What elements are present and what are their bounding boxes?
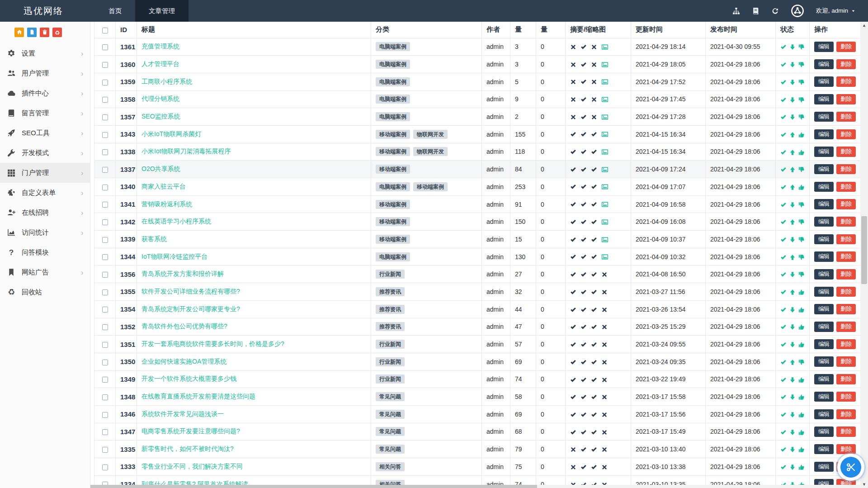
- edit-button[interactable]: 编辑: [814, 59, 834, 70]
- delete-button[interactable]: 删除: [836, 269, 856, 280]
- column-header[interactable]: 摘要/缩略图: [566, 22, 631, 38]
- home-button[interactable]: [14, 28, 24, 37]
- article-title-link[interactable]: IoT物联网冷链监控平台: [142, 253, 208, 260]
- article-title-link[interactable]: O2O共享系统: [142, 165, 180, 172]
- edit-button[interactable]: 编辑: [814, 129, 834, 140]
- row-checkbox[interactable]: [102, 289, 108, 295]
- row-checkbox[interactable]: [102, 80, 108, 85]
- row-checkbox[interactable]: [102, 307, 108, 313]
- row-checkbox[interactable]: [102, 464, 108, 470]
- column-header[interactable]: ID: [116, 22, 137, 38]
- edit-button[interactable]: 编辑: [814, 374, 834, 384]
- article-title-link[interactable]: 小米IoT物联网杀菌灯: [142, 130, 201, 137]
- row-checkbox[interactable]: [102, 97, 108, 103]
- edit-button[interactable]: 编辑: [814, 426, 834, 437]
- article-title-link[interactable]: 零售业行业不同，我们解决方案不同: [142, 463, 243, 470]
- row-checkbox[interactable]: [102, 202, 108, 208]
- vertical-scrollbar-thumb[interactable]: [861, 216, 867, 284]
- article-title-link[interactable]: 青岛系统开发方案和报价详解: [142, 270, 224, 277]
- row-checkbox[interactable]: [102, 219, 108, 225]
- row-checkbox[interactable]: [102, 254, 108, 260]
- sidebar-item-wrench[interactable]: 开发模式 ›: [0, 143, 90, 163]
- user-menu[interactable]: 欢迎, admin: [816, 7, 855, 15]
- row-checkbox[interactable]: [102, 412, 108, 418]
- column-header[interactable]: 状态: [776, 22, 810, 38]
- column-header[interactable]: 分类: [371, 22, 482, 38]
- edit-button[interactable]: 编辑: [814, 76, 834, 87]
- sidebar-item-recycle[interactable]: ♻ 回收站: [0, 282, 90, 302]
- delete-button[interactable]: 删除: [836, 199, 856, 209]
- sidebar-item-rocket[interactable]: SEO工具 ›: [0, 123, 90, 143]
- column-header[interactable]: 更新时间: [631, 22, 706, 38]
- select-all-checkbox[interactable]: [102, 28, 108, 33]
- row-checkbox[interactable]: [102, 237, 108, 243]
- column-header[interactable]: 发布时间: [706, 22, 776, 38]
- row-checkbox[interactable]: [102, 360, 108, 365]
- edit-button[interactable]: 编辑: [814, 287, 834, 297]
- delete-button[interactable]: 删除: [836, 322, 856, 332]
- sitemap-icon[interactable]: [732, 7, 740, 15]
- edit-button[interactable]: 编辑: [814, 356, 834, 367]
- row-checkbox[interactable]: [102, 394, 108, 400]
- delete-button[interactable]: 删除: [836, 374, 856, 384]
- row-checkbox[interactable]: [102, 167, 108, 173]
- edit-button[interactable]: 编辑: [814, 234, 834, 245]
- edit-button[interactable]: 编辑: [814, 304, 834, 314]
- horizontal-scrollbar[interactable]: [90, 485, 860, 488]
- delete-button[interactable]: 删除: [836, 76, 856, 87]
- article-title-link[interactable]: 人才管理平台: [142, 60, 179, 67]
- article-title-link[interactable]: 电商零售系统开发要注意哪些问题?: [142, 427, 240, 435]
- row-checkbox[interactable]: [102, 324, 108, 330]
- delete-button[interactable]: 删除: [836, 426, 856, 437]
- edit-button[interactable]: 编辑: [814, 322, 834, 332]
- delete-button[interactable]: 删除: [836, 392, 856, 402]
- row-checkbox[interactable]: [102, 429, 108, 435]
- article-title-link[interactable]: 青岛系统定制开发公司哪家更专业?: [142, 305, 240, 313]
- column-header[interactable]: 操作: [810, 22, 861, 38]
- edit-button[interactable]: 编辑: [814, 444, 834, 455]
- vertical-scrollbar[interactable]: ▲ ▼: [860, 22, 868, 488]
- article-title-link[interactable]: 软件开发公司详细业务流程有哪些?: [142, 288, 240, 295]
- delete-button[interactable]: 删除: [836, 94, 856, 104]
- edit-button[interactable]: 编辑: [814, 462, 834, 472]
- sidebar-item-puzzle[interactable]: 自定义表单 ›: [0, 183, 90, 203]
- edit-button[interactable]: 编辑: [814, 339, 834, 350]
- article-title-link[interactable]: 代理分销系统: [142, 95, 179, 102]
- edit-button[interactable]: 编辑: [814, 409, 834, 420]
- sidebar-item-grid[interactable]: 门户管理 ›: [0, 163, 90, 183]
- article-title-link[interactable]: 到底什么是新零售? 阿里首次系统解读: [142, 480, 248, 485]
- row-checkbox[interactable]: [102, 132, 108, 138]
- delete-button[interactable]: 删除: [836, 217, 856, 227]
- scroll-up-arrow[interactable]: ▲: [860, 22, 868, 29]
- sidebar-item-bookmark[interactable]: 网站广告 ›: [0, 262, 90, 282]
- edit-button[interactable]: 编辑: [814, 392, 834, 402]
- edit-button[interactable]: 编辑: [814, 147, 834, 157]
- row-checkbox[interactable]: [102, 377, 108, 383]
- edit-button[interactable]: 编辑: [814, 199, 834, 209]
- column-header[interactable]: 量: [536, 22, 566, 38]
- delete-button[interactable]: 删除: [836, 251, 856, 262]
- edit-button[interactable]: 编辑: [814, 164, 834, 175]
- delete-button[interactable]: 删除: [836, 444, 856, 455]
- row-checkbox[interactable]: [102, 185, 108, 190]
- article-title-link[interactable]: 企业如何快速实施OA管理系统: [142, 358, 226, 365]
- article-title-link[interactable]: SEO监控系统: [142, 113, 180, 120]
- file-button[interactable]: [27, 28, 37, 37]
- article-title-link[interactable]: 营销吸粉返利系统: [142, 200, 192, 208]
- delete-button[interactable]: 删除: [836, 112, 856, 122]
- delete-button[interactable]: 删除: [836, 147, 856, 157]
- refresh-icon[interactable]: [771, 7, 779, 15]
- row-checkbox[interactable]: [102, 272, 108, 278]
- edit-button[interactable]: 编辑: [814, 479, 834, 485]
- nav-item[interactable]: 文章管理: [135, 0, 189, 22]
- row-checkbox[interactable]: [102, 149, 108, 155]
- article-title-link[interactable]: 开发一套系电商统软件需要多长时间，价格是多少?: [142, 340, 284, 347]
- sidebar-item-chart[interactable]: 访问统计 ›: [0, 223, 90, 242]
- article-title-link[interactable]: 在线英语学习小程序系统: [142, 218, 211, 225]
- column-header[interactable]: 量: [510, 22, 536, 38]
- edit-button[interactable]: 编辑: [814, 182, 834, 192]
- delete-button[interactable]: 删除: [836, 234, 856, 245]
- article-title-link[interactable]: 青岛软件外包公司优势有哪些?: [142, 322, 227, 330]
- article-title-link[interactable]: 系统软件开发常见问题浅谈一: [142, 410, 224, 417]
- sidebar-item-question[interactable]: ? 问答模块: [0, 242, 90, 262]
